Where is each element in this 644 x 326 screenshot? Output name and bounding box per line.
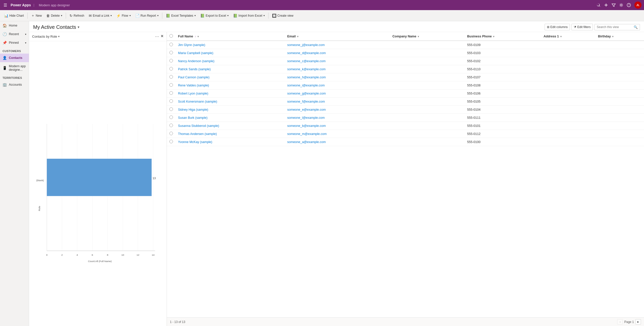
export-dropdown-arrow[interactable]: ▾	[227, 14, 229, 17]
birthday-col-dropdown[interactable]: ▾	[612, 35, 613, 38]
select-all-checkbox[interactable]	[169, 34, 173, 38]
search-input[interactable]	[597, 25, 634, 29]
row-email[interactable]: someone_f@example.com	[285, 98, 390, 106]
row-email[interactable]: someone_j@example.com	[285, 41, 390, 49]
row-select-checkbox[interactable]	[169, 51, 173, 54]
row-checkbox-cell	[167, 138, 175, 146]
sidebar-item-modern-app[interactable]: 📱 Modern app designe...	[0, 62, 29, 74]
row-select-checkbox[interactable]	[169, 124, 173, 127]
row-email[interactable]: someone_l@example.com	[285, 114, 390, 122]
create-view-button[interactable]: 🔲 Create view	[270, 12, 295, 19]
row-email[interactable]: someone_e@example.com	[285, 106, 390, 114]
col-phone[interactable]: Business Phone ▾	[465, 32, 541, 41]
next-page-button[interactable]: ▸	[635, 319, 641, 324]
import-excel-button[interactable]: 📗 Import from Excel ▾	[231, 12, 267, 19]
pinned-expand[interactable]: ▾	[25, 41, 26, 44]
hamburger-icon[interactable]: ☰	[3, 2, 8, 9]
sidebar-item-contacts[interactable]: 👤 Contacts	[0, 54, 29, 62]
row-email[interactable]: someone_b@example.com	[285, 122, 390, 130]
chart-bar[interactable]	[47, 159, 152, 196]
row-select-checkbox[interactable]	[169, 59, 173, 62]
row-birthday	[595, 73, 644, 81]
row-name[interactable]: Robert Lyon (sample)	[175, 89, 285, 98]
row-select-checkbox[interactable]	[169, 140, 173, 143]
edit-columns-button[interactable]: ⊞ Edit columns	[545, 24, 570, 30]
view-title-dropdown[interactable]: ▾	[78, 25, 79, 29]
col-company[interactable]: Company Name ▾	[390, 32, 465, 41]
email-dropdown-arrow[interactable]: ▾	[110, 14, 112, 17]
row-select-checkbox[interactable]	[169, 132, 173, 135]
row-name[interactable]: Rene Valdes (sample)	[175, 81, 285, 89]
row-email[interactable]: someone_g@example.com	[285, 89, 390, 98]
chart-close-icon[interactable]: ✕	[161, 34, 164, 39]
row-name[interactable]: Yvonne McKay (sample)	[175, 138, 285, 146]
col-address[interactable]: Address 1 ▾	[541, 32, 595, 41]
phone-col-dropdown[interactable]: ▾	[493, 35, 494, 38]
row-email[interactable]: someone_m@example.com	[285, 130, 390, 138]
row-name[interactable]: Patrick Sands (sample)	[175, 65, 285, 73]
filter-icon[interactable]	[612, 3, 616, 7]
email-col-dropdown[interactable]: ▾	[297, 35, 298, 38]
row-name[interactable]: Scott Konersmann (sample)	[175, 98, 285, 106]
hide-chart-button[interactable]: 📊 Hide Chart	[2, 12, 26, 19]
settings-icon[interactable]	[619, 3, 623, 7]
row-email[interactable]: someone_a@example.com	[285, 138, 390, 146]
row-email[interactable]: someone_i@example.com	[285, 81, 390, 89]
row-name[interactable]: Susan Burk (sample)	[175, 114, 285, 122]
help-icon[interactable]: ?	[627, 3, 631, 7]
company-col-dropdown[interactable]: ▾	[418, 35, 419, 38]
excel-templates-button[interactable]: 📗 Excel Templates ▾	[164, 12, 198, 19]
row-select-checkbox[interactable]	[169, 43, 173, 46]
delete-button[interactable]: 🗑 Delete ▾	[44, 12, 64, 19]
recent-expand[interactable]: ▾	[25, 33, 26, 36]
row-name[interactable]: Maria Campbell (sample)	[175, 49, 285, 57]
chart-title-dropdown[interactable]: ▾	[58, 35, 60, 38]
search-submit-icon[interactable]: 🔍	[634, 25, 638, 29]
col-email[interactable]: Email ▾	[285, 32, 390, 41]
address-col-dropdown[interactable]: ▾	[560, 35, 562, 38]
run-report-button[interactable]: 📄 Run Report ▾	[133, 12, 161, 19]
row-email[interactable]: someone_k@example.com	[285, 65, 390, 73]
row-name[interactable]: Jim Glynn (sample)	[175, 41, 285, 49]
flow-dropdown-arrow[interactable]: ▾	[129, 14, 131, 17]
row-select-checkbox[interactable]	[169, 91, 173, 95]
fullname-col-dropdown[interactable]: ▾	[197, 35, 199, 38]
refresh-button[interactable]: ↻ Refresh	[68, 12, 86, 19]
row-select-checkbox[interactable]	[169, 75, 173, 79]
new-button[interactable]: ＋ New	[29, 12, 44, 19]
row-select-checkbox[interactable]	[169, 67, 173, 71]
delete-dropdown-arrow[interactable]: ▾	[61, 14, 62, 17]
row-select-checkbox[interactable]	[169, 115, 173, 119]
sidebar-item-pinned[interactable]: 📌 Pinned ▾	[0, 38, 29, 47]
user-avatar[interactable]: JL	[634, 2, 641, 9]
chart-svg: (blank) Role	[33, 44, 163, 323]
edit-filters-button[interactable]: ⧩ Edit filters	[571, 24, 593, 30]
row-email[interactable]: someone_d@example.com	[285, 49, 390, 57]
search-icon[interactable]	[596, 3, 601, 7]
chart-more-icon[interactable]: ⋯	[155, 34, 159, 39]
prev-page-button[interactable]: ◂	[617, 319, 623, 324]
add-icon[interactable]	[604, 3, 608, 7]
excel-tmpl-dropdown-arrow[interactable]: ▾	[194, 14, 196, 17]
email-link-button[interactable]: ✉ Email a Link ▾	[87, 12, 114, 19]
export-excel-button[interactable]: 📗 Export to Excel ▾	[198, 12, 231, 19]
chart-body: (blank) Role	[29, 41, 167, 326]
col-birthday[interactable]: Birthday ▾	[595, 32, 644, 41]
row-name[interactable]: Susanna Stubberod (sample)	[175, 122, 285, 130]
row-name[interactable]: Paul Cannon (sample)	[175, 73, 285, 81]
row-select-checkbox[interactable]	[169, 107, 173, 111]
row-name[interactable]: Sidney Higa (sample)	[175, 106, 285, 114]
row-select-checkbox[interactable]	[169, 99, 173, 103]
sidebar-item-home[interactable]: 🏠 Home	[0, 21, 29, 30]
row-email[interactable]: someone_h@example.com	[285, 73, 390, 81]
report-dropdown-arrow[interactable]: ▾	[157, 14, 159, 17]
col-full-name[interactable]: Full Name ↑ ▾	[175, 32, 285, 41]
row-name[interactable]: Thomas Andersen (sample)	[175, 130, 285, 138]
flow-button[interactable]: ⚡ Flow ▾	[114, 12, 132, 19]
import-dropdown-arrow[interactable]: ▾	[263, 14, 265, 17]
row-email[interactable]: someone_c@example.com	[285, 57, 390, 65]
sidebar-item-recent[interactable]: 🕐 Recent ▾	[0, 30, 29, 38]
row-select-checkbox[interactable]	[169, 83, 173, 87]
row-name[interactable]: Nancy Anderson (sample)	[175, 57, 285, 65]
sidebar-item-accounts[interactable]: 🏢 Accounts	[0, 80, 29, 89]
